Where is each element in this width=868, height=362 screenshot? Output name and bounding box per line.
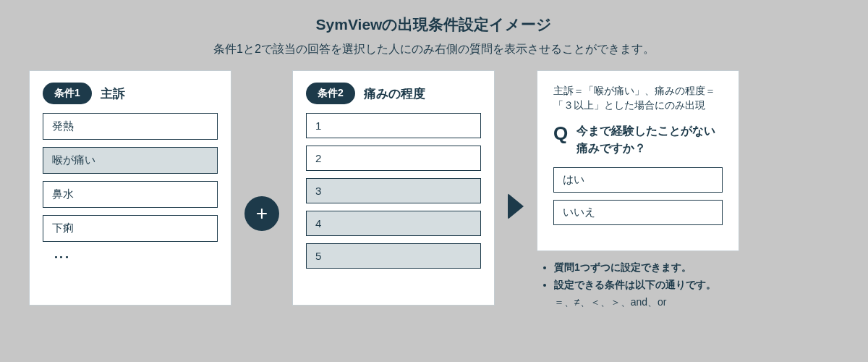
footnotes: 質問1つずつに設定できます。 設定できる条件は以下の通りです。 ＝、≠、＜、＞、… bbox=[537, 261, 797, 313]
question-mark-icon: Q bbox=[553, 122, 568, 145]
footnote-operators: ＝、≠、＜、＞、and、or bbox=[554, 296, 797, 309]
condition1-pill: 条件1 bbox=[43, 83, 92, 104]
result-column: 主訴＝「喉が痛い」、痛みの程度＝「３以上」とした場合にのみ出現 Q 今まで経験し… bbox=[537, 70, 797, 313]
condition2-option[interactable]: 3 bbox=[306, 178, 481, 203]
condition1-option[interactable]: 鼻水 bbox=[43, 181, 218, 208]
condition1-option[interactable]: 喉が痛い bbox=[43, 147, 218, 174]
result-condition-note: 主訴＝「喉が痛い」、痛みの程度＝「３以上」とした場合にのみ出現 bbox=[553, 84, 723, 114]
page-subtitle: 条件1と2で該当の回答を選択した人にのみ右側の質問を表示させることができます。 bbox=[29, 42, 839, 57]
footnote-item: 設定できる条件は以下の通りです。 bbox=[554, 279, 797, 292]
condition2-option[interactable]: 5 bbox=[306, 243, 481, 269]
condition2-option[interactable]: 1 bbox=[306, 113, 481, 138]
footnote-item: 質問1つずつに設定できます。 bbox=[554, 261, 797, 274]
arrow-icon bbox=[508, 193, 524, 219]
condition1-label: 主訴 bbox=[101, 85, 125, 102]
page-title: SymViewの出現条件設定イメージ bbox=[29, 14, 839, 35]
plus-icon: + bbox=[244, 196, 279, 231]
condition1-card: 条件1 主訴 発熱 喉が痛い 鼻水 下痢 ⋮ bbox=[29, 70, 231, 306]
condition2-pill: 条件2 bbox=[306, 83, 355, 104]
result-option[interactable]: いいえ bbox=[553, 200, 723, 225]
result-card: 主訴＝「喉が痛い」、痛みの程度＝「３以上」とした場合にのみ出現 Q 今まで経験し… bbox=[537, 70, 739, 251]
condition2-option[interactable]: 2 bbox=[306, 146, 481, 171]
condition1-option[interactable]: 発熱 bbox=[43, 113, 218, 140]
condition2-label: 痛みの程度 bbox=[364, 85, 425, 102]
result-question: 今まで経験したことがない痛みですか？ bbox=[576, 122, 723, 157]
condition1-option[interactable]: 下痢 bbox=[43, 215, 218, 242]
condition2-card: 条件2 痛みの程度 1 2 3 4 5 bbox=[292, 70, 495, 306]
diagram-row: 条件1 主訴 発熱 喉が痛い 鼻水 下痢 ⋮ + 条件2 痛みの程度 1 2 3… bbox=[29, 70, 839, 313]
condition2-option[interactable]: 4 bbox=[306, 211, 481, 236]
result-option[interactable]: はい bbox=[553, 167, 723, 193]
more-icon: ⋮ bbox=[57, 249, 67, 268]
